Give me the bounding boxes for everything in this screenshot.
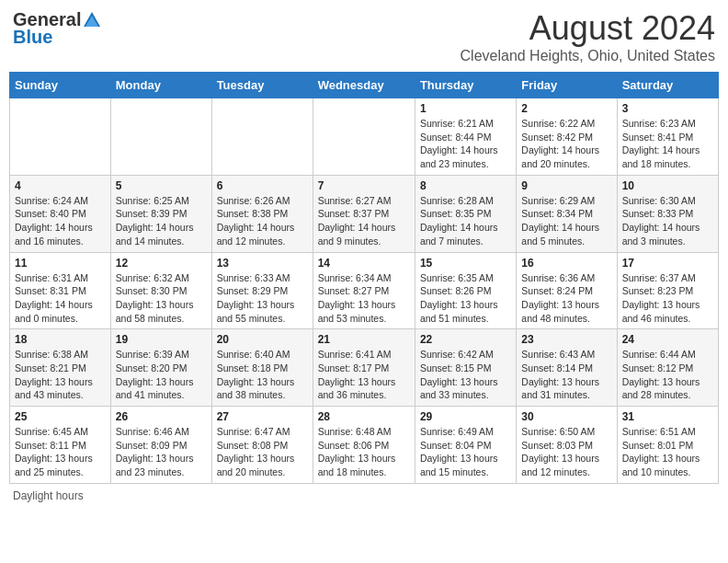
calendar-row: 18Sunrise: 6:38 AM Sunset: 8:21 PM Dayli… [10, 329, 719, 407]
calendar-row: 11Sunrise: 6:31 AM Sunset: 8:31 PM Dayli… [10, 252, 719, 329]
footer-daylight: Daylight hours [9, 489, 719, 502]
header-row: Sunday Monday Tuesday Wednesday Thursday… [10, 73, 719, 98]
table-row [110, 98, 211, 176]
day-info: Sunrise: 6:30 AM Sunset: 8:33 PM Dayligh… [622, 194, 713, 248]
table-row: 4Sunrise: 6:24 AM Sunset: 8:40 PM Daylig… [10, 175, 111, 252]
table-row: 24Sunrise: 6:44 AM Sunset: 8:12 PM Dayli… [617, 329, 718, 407]
day-number: 14 [318, 257, 410, 270]
day-info: Sunrise: 6:26 AM Sunset: 8:38 PM Dayligh… [217, 194, 308, 248]
day-info: Sunrise: 6:21 AM Sunset: 8:44 PM Dayligh… [420, 117, 511, 171]
day-info: Sunrise: 6:40 AM Sunset: 8:18 PM Dayligh… [217, 348, 308, 402]
day-number: 28 [318, 410, 410, 423]
day-info: Sunrise: 6:46 AM Sunset: 8:09 PM Dayligh… [116, 425, 207, 479]
col-saturday: Saturday [617, 73, 718, 98]
month-title: August 2024 [461, 9, 715, 48]
logo-blue-text: Blue [13, 27, 52, 48]
table-row: 25Sunrise: 6:45 AM Sunset: 8:11 PM Dayli… [10, 407, 111, 484]
day-info: Sunrise: 6:36 AM Sunset: 8:24 PM Dayligh… [521, 271, 611, 326]
table-row: 17Sunrise: 6:37 AM Sunset: 8:23 PM Dayli… [617, 252, 718, 329]
day-number: 8 [420, 179, 511, 192]
day-info: Sunrise: 6:25 AM Sunset: 8:39 PM Dayligh… [116, 194, 207, 248]
day-number: 16 [521, 257, 611, 270]
day-number: 21 [318, 333, 410, 346]
table-row: 10Sunrise: 6:30 AM Sunset: 8:33 PM Dayli… [617, 175, 718, 252]
day-info: Sunrise: 6:44 AM Sunset: 8:12 PM Dayligh… [622, 348, 713, 402]
col-thursday: Thursday [415, 73, 516, 98]
day-info: Sunrise: 6:49 AM Sunset: 8:04 PM Dayligh… [420, 425, 511, 479]
day-info: Sunrise: 6:43 AM Sunset: 8:14 PM Dayligh… [521, 348, 611, 402]
table-row: 18Sunrise: 6:38 AM Sunset: 8:21 PM Dayli… [10, 329, 111, 407]
day-number: 3 [622, 102, 713, 115]
day-number: 15 [420, 257, 511, 270]
day-info: Sunrise: 6:24 AM Sunset: 8:40 PM Dayligh… [15, 194, 106, 248]
day-number: 1 [420, 102, 511, 115]
table-row: 30Sunrise: 6:50 AM Sunset: 8:03 PM Dayli… [517, 407, 617, 484]
day-number: 31 [622, 410, 713, 423]
col-tuesday: Tuesday [211, 73, 313, 98]
day-info: Sunrise: 6:23 AM Sunset: 8:41 PM Dayligh… [622, 117, 713, 171]
calendar-table: Sunday Monday Tuesday Wednesday Thursday… [9, 72, 719, 484]
day-number: 12 [116, 257, 207, 270]
col-sunday: Sunday [10, 73, 111, 98]
day-info: Sunrise: 6:38 AM Sunset: 8:21 PM Dayligh… [15, 348, 106, 402]
table-row: 19Sunrise: 6:39 AM Sunset: 8:20 PM Dayli… [110, 329, 211, 407]
calendar-row: 4Sunrise: 6:24 AM Sunset: 8:40 PM Daylig… [10, 175, 719, 252]
day-number: 7 [318, 179, 410, 192]
table-row: 15Sunrise: 6:35 AM Sunset: 8:26 PM Dayli… [415, 252, 516, 329]
day-info: Sunrise: 6:50 AM Sunset: 8:03 PM Dayligh… [521, 425, 611, 479]
daylight-hours-label: Daylight hours [13, 489, 84, 502]
day-number: 26 [116, 410, 207, 423]
table-row: 8Sunrise: 6:28 AM Sunset: 8:35 PM Daylig… [415, 175, 516, 252]
col-wednesday: Wednesday [313, 73, 415, 98]
day-info: Sunrise: 6:37 AM Sunset: 8:23 PM Dayligh… [622, 271, 713, 326]
table-row: 12Sunrise: 6:32 AM Sunset: 8:30 PM Dayli… [110, 252, 211, 329]
table-row: 7Sunrise: 6:27 AM Sunset: 8:37 PM Daylig… [313, 175, 415, 252]
day-number: 27 [217, 410, 308, 423]
day-number: 29 [420, 410, 511, 423]
day-number: 18 [15, 333, 106, 346]
calendar-row: 1Sunrise: 6:21 AM Sunset: 8:44 PM Daylig… [10, 98, 719, 176]
table-row: 20Sunrise: 6:40 AM Sunset: 8:18 PM Dayli… [211, 329, 313, 407]
col-monday: Monday [110, 73, 211, 98]
day-number: 5 [116, 179, 207, 192]
table-row [10, 98, 111, 176]
day-number: 19 [116, 333, 207, 346]
calendar-row: 25Sunrise: 6:45 AM Sunset: 8:11 PM Dayli… [10, 407, 719, 484]
day-number: 24 [622, 333, 713, 346]
day-number: 9 [521, 179, 611, 192]
table-row: 2Sunrise: 6:22 AM Sunset: 8:42 PM Daylig… [517, 98, 617, 176]
col-friday: Friday [517, 73, 617, 98]
title-area: August 2024 Cleveland Heights, Ohio, Uni… [461, 9, 715, 64]
day-info: Sunrise: 6:48 AM Sunset: 8:06 PM Dayligh… [318, 425, 410, 479]
day-info: Sunrise: 6:22 AM Sunset: 8:42 PM Dayligh… [521, 117, 611, 171]
table-row: 29Sunrise: 6:49 AM Sunset: 8:04 PM Dayli… [415, 407, 516, 484]
table-row: 9Sunrise: 6:29 AM Sunset: 8:34 PM Daylig… [517, 175, 617, 252]
table-row: 6Sunrise: 6:26 AM Sunset: 8:38 PM Daylig… [211, 175, 313, 252]
day-info: Sunrise: 6:39 AM Sunset: 8:20 PM Dayligh… [116, 348, 207, 402]
day-number: 22 [420, 333, 511, 346]
day-number: 23 [521, 333, 611, 346]
page-header: General Blue August 2024 Cleveland Heigh… [9, 9, 719, 64]
day-number: 30 [521, 410, 611, 423]
day-info: Sunrise: 6:29 AM Sunset: 8:34 PM Dayligh… [521, 194, 611, 248]
day-number: 10 [622, 179, 713, 192]
day-number: 17 [622, 257, 713, 270]
day-info: Sunrise: 6:33 AM Sunset: 8:29 PM Dayligh… [217, 271, 308, 326]
table-row: 11Sunrise: 6:31 AM Sunset: 8:31 PM Dayli… [10, 252, 111, 329]
day-info: Sunrise: 6:27 AM Sunset: 8:37 PM Dayligh… [318, 194, 410, 248]
day-info: Sunrise: 6:41 AM Sunset: 8:17 PM Dayligh… [318, 348, 410, 402]
table-row: 3Sunrise: 6:23 AM Sunset: 8:41 PM Daylig… [617, 98, 718, 176]
table-row: 21Sunrise: 6:41 AM Sunset: 8:17 PM Dayli… [313, 329, 415, 407]
table-row: 31Sunrise: 6:51 AM Sunset: 8:01 PM Dayli… [617, 407, 718, 484]
table-row: 23Sunrise: 6:43 AM Sunset: 8:14 PM Dayli… [517, 329, 617, 407]
logo: General Blue [13, 9, 102, 48]
table-row [313, 98, 415, 176]
day-number: 6 [217, 179, 308, 192]
day-info: Sunrise: 6:35 AM Sunset: 8:26 PM Dayligh… [420, 271, 511, 326]
table-row: 16Sunrise: 6:36 AM Sunset: 8:24 PM Dayli… [517, 252, 617, 329]
table-row: 26Sunrise: 6:46 AM Sunset: 8:09 PM Dayli… [110, 407, 211, 484]
day-number: 11 [15, 257, 106, 270]
day-info: Sunrise: 6:31 AM Sunset: 8:31 PM Dayligh… [15, 271, 106, 326]
table-row: 28Sunrise: 6:48 AM Sunset: 8:06 PM Dayli… [313, 407, 415, 484]
location-title: Cleveland Heights, Ohio, United States [461, 48, 715, 64]
